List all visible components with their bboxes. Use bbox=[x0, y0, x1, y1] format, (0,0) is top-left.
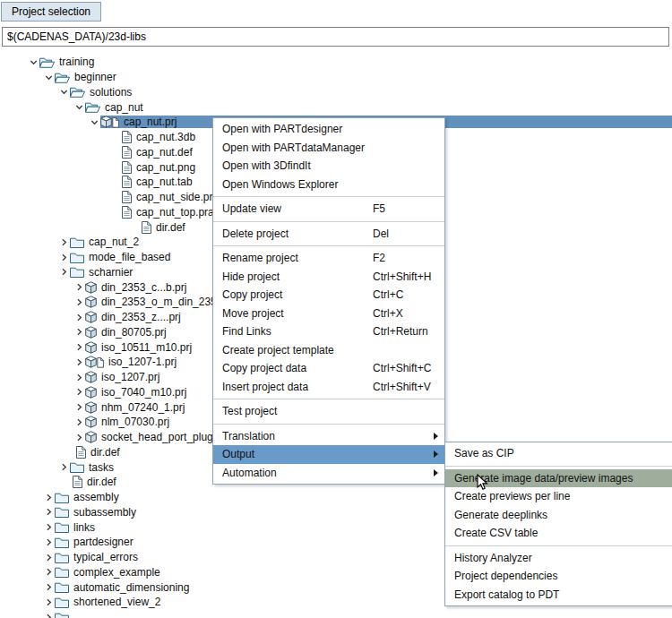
document-icon bbox=[73, 476, 82, 488]
menu-item-label: Copy project bbox=[222, 288, 373, 301]
menu-item-create-project-template[interactable]: Create project template bbox=[213, 341, 444, 360]
chevron-right-icon[interactable] bbox=[57, 238, 70, 246]
tree-item-label: mode_file_based bbox=[87, 251, 172, 263]
tree-row[interactable] bbox=[0, 610, 672, 618]
chevron-right-icon[interactable] bbox=[73, 313, 85, 322]
tree-row[interactable]: solutions bbox=[0, 85, 672, 100]
project-cube-icon bbox=[85, 281, 97, 294]
tree-item-label: automatic_dimensioning bbox=[72, 581, 191, 594]
chevron-down-icon[interactable] bbox=[88, 118, 100, 126]
menu-item-open-with-partdesigner[interactable]: Open with PARTdesigner bbox=[213, 120, 444, 139]
tree-item-label: dir.def bbox=[85, 476, 118, 488]
tree-item-label: din_80705.prj bbox=[99, 326, 168, 339]
chevron-right-icon[interactable] bbox=[73, 433, 85, 442]
menu-item-label: Output bbox=[222, 448, 434, 460]
chevron-right-icon[interactable] bbox=[57, 268, 70, 276]
mouse-cursor-icon bbox=[477, 474, 488, 494]
menu-item-open-with-partdatamanager[interactable]: Open with PARTdataManager bbox=[213, 139, 444, 158]
project-cube-icon bbox=[85, 341, 97, 354]
folder-icon bbox=[55, 612, 69, 618]
menu-item-project-dependencies[interactable]: Project dependencies bbox=[445, 567, 672, 586]
chevron-right-icon[interactable] bbox=[42, 508, 55, 516]
menu-item-translation[interactable]: Translation bbox=[213, 427, 444, 446]
catalog-path-input[interactable] bbox=[2, 27, 669, 47]
menu-item-label: Find Links bbox=[222, 325, 373, 338]
tree-row[interactable]: training bbox=[0, 55, 672, 70]
tree-row[interactable]: cap_nut bbox=[0, 99, 672, 115]
menu-item-find-links[interactable]: Find LinksCtrl+Return bbox=[213, 322, 444, 341]
chevron-right-icon[interactable] bbox=[73, 283, 85, 291]
tree-item-label: subassembly bbox=[72, 506, 138, 519]
folder-icon bbox=[55, 597, 69, 608]
menu-item-label: Export catalog to PDT bbox=[454, 588, 672, 601]
menu-item-copy-project-data[interactable]: Copy project dataCtrl+Shift+C bbox=[213, 359, 444, 378]
menu-item-save-as-cip[interactable]: Save as CIP bbox=[445, 444, 672, 463]
tree-item-label: scharnier bbox=[87, 266, 134, 279]
menu-item-label: Create CSV table bbox=[454, 527, 672, 539]
chevron-right-icon[interactable] bbox=[57, 463, 70, 471]
document-icon bbox=[122, 146, 132, 159]
menu-item-insert-project-data[interactable]: Insert project dataCtrl+Shift+V bbox=[213, 378, 444, 397]
menu-separator bbox=[445, 545, 672, 546]
chevron-right-icon[interactable] bbox=[73, 403, 85, 411]
tree-item-label: typical_errors bbox=[72, 551, 140, 563]
project-cube-document-icon bbox=[85, 356, 104, 368]
project-cube-icon bbox=[85, 416, 97, 428]
chevron-right-icon[interactable] bbox=[42, 554, 55, 562]
chevron-right-icon[interactable] bbox=[73, 373, 85, 382]
menu-item-export-catalog-to-pdt[interactable]: Export catalog to PDT bbox=[445, 586, 672, 605]
menu-item-create-csv-table[interactable]: Create CSV table bbox=[445, 524, 672, 543]
context-menu: Open with PARTdesignerOpen with PARTdata… bbox=[212, 117, 445, 485]
menu-item-label: Delete project bbox=[222, 227, 373, 240]
document-icon bbox=[76, 446, 86, 459]
tree-item-label: cap_nut_top.pra bbox=[134, 206, 216, 219]
chevron-right-icon[interactable] bbox=[42, 568, 55, 576]
tree-item-label: tasks bbox=[87, 461, 116, 474]
menu-item-label: Automation bbox=[222, 467, 434, 479]
tree-item-label: iso_1207.prj bbox=[99, 371, 161, 383]
chevron-right-icon[interactable] bbox=[73, 418, 85, 426]
menu-item-output[interactable]: Output bbox=[213, 445, 444, 464]
menu-item-hide-project[interactable]: Hide projectCtrl+Shift+H bbox=[213, 268, 444, 287]
chevron-down-icon[interactable] bbox=[42, 73, 55, 82]
chevron-down-icon[interactable] bbox=[57, 88, 70, 96]
menu-item-move-project[interactable]: Move projectCtrl+X bbox=[213, 305, 444, 323]
document-icon bbox=[122, 161, 132, 174]
chevron-right-icon[interactable] bbox=[73, 298, 85, 306]
tab-project-selection[interactable]: Project selection bbox=[1, 2, 101, 21]
chevron-right-icon[interactable] bbox=[73, 328, 85, 336]
menu-item-copy-project[interactable]: Copy projectCtrl+C bbox=[213, 286, 444, 305]
tree-item-label: cap_nut bbox=[103, 101, 145, 114]
tree-item-label: din_2353_z....prj bbox=[99, 311, 183, 323]
chevron-right-icon[interactable] bbox=[42, 583, 55, 591]
chevron-right-icon[interactable] bbox=[73, 358, 85, 366]
menu-item-label: Generate deeplinks bbox=[454, 509, 672, 521]
tree-row[interactable]: beginner bbox=[0, 70, 672, 85]
chevron-right-icon[interactable] bbox=[42, 523, 55, 531]
chevron-right-icon[interactable] bbox=[73, 388, 85, 396]
chevron-right-icon[interactable] bbox=[73, 343, 85, 351]
menu-item-update-view[interactable]: Update viewF5 bbox=[213, 200, 444, 219]
chevron-right-icon[interactable] bbox=[42, 494, 55, 502]
menu-item-delete-project[interactable]: Delete projectDel bbox=[213, 225, 444, 244]
document-icon bbox=[122, 191, 132, 203]
tree-item-label: shortened_view_2 bbox=[72, 596, 162, 608]
menu-shortcut: Ctrl+X bbox=[373, 307, 441, 320]
chevron-right-icon[interactable] bbox=[42, 614, 55, 618]
menu-item-label: Rename project bbox=[222, 252, 373, 264]
menu-item-open-windows-explorer[interactable]: Open Windows Explorer bbox=[213, 176, 444, 194]
menu-item-rename-project[interactable]: Rename projectF2 bbox=[213, 249, 444, 268]
chevron-down-icon[interactable] bbox=[73, 103, 85, 111]
chevron-down-icon[interactable] bbox=[27, 58, 39, 66]
menu-item-label: Translation bbox=[222, 430, 434, 442]
chevron-right-icon[interactable] bbox=[42, 538, 55, 546]
menu-item-open-with-3dfindit[interactable]: Open with 3DfindIt bbox=[213, 157, 444, 176]
menu-item-automation[interactable]: Automation bbox=[213, 464, 444, 483]
menu-item-history-analyzer[interactable]: History Analyzer bbox=[445, 549, 672, 568]
chevron-right-icon[interactable] bbox=[57, 253, 70, 262]
menu-item-generate-deeplinks[interactable]: Generate deeplinks bbox=[445, 506, 672, 525]
chevron-right-icon[interactable] bbox=[42, 598, 55, 606]
tree-item-label: cap_nut_2 bbox=[87, 236, 141, 248]
menu-item-test-project[interactable]: Test project bbox=[213, 402, 444, 421]
tree-item-label: iso_10511_m10.prj bbox=[99, 341, 194, 354]
